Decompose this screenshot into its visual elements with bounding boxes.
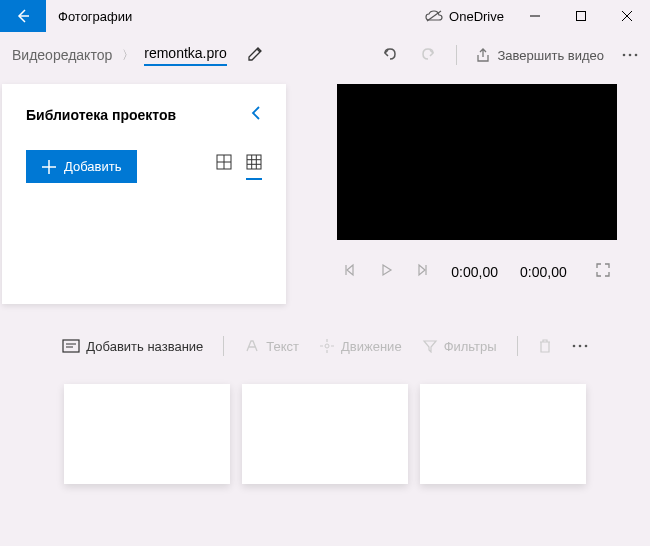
clip-slot[interactable] <box>64 384 230 484</box>
motion-button[interactable]: Движение <box>319 338 402 354</box>
redo-button[interactable] <box>418 45 438 65</box>
maximize-button[interactable] <box>558 0 604 32</box>
filters-button[interactable]: Фильтры <box>422 339 497 354</box>
more-clip-button[interactable] <box>572 344 588 348</box>
prev-frame-icon <box>343 263 357 277</box>
breadcrumb-current[interactable]: remontka.pro <box>144 45 226 66</box>
divider <box>517 336 518 356</box>
back-arrow-icon <box>15 8 31 24</box>
fullscreen-button[interactable] <box>595 262 611 281</box>
view-small-grid-button[interactable] <box>246 154 262 180</box>
finish-video-label: Завершить видео <box>497 48 604 63</box>
next-frame-icon <box>415 263 429 277</box>
more-options-button[interactable] <box>622 53 638 57</box>
main-area: Библиотека проектов Добавить <box>0 84 650 304</box>
chevron-left-icon <box>250 104 262 122</box>
svg-point-7 <box>635 54 638 57</box>
text-label: Текст <box>266 339 299 354</box>
export-icon <box>475 47 491 63</box>
clip-toolbar: Добавить название Текст Движение Фильтры <box>0 336 650 356</box>
svg-rect-13 <box>247 155 261 169</box>
undo-button[interactable] <box>380 45 400 65</box>
grid-3x3-icon <box>246 154 262 170</box>
edit-name-button[interactable] <box>247 46 263 65</box>
breadcrumb: Видеоредактор 〉 remontka.pro <box>12 45 263 66</box>
svg-point-5 <box>623 54 626 57</box>
playback-controls: 0:00,00 0:00,00 <box>330 262 624 281</box>
collapse-button[interactable] <box>250 104 262 126</box>
play-button[interactable] <box>379 263 393 280</box>
view-large-grid-button[interactable] <box>216 154 232 180</box>
svg-point-26 <box>584 345 587 348</box>
topbar-right-actions: Завершить видео <box>380 45 638 65</box>
view-toggles <box>216 154 262 180</box>
svg-point-6 <box>629 54 632 57</box>
svg-rect-2 <box>577 12 586 21</box>
plus-icon <box>42 160 56 174</box>
motion-icon <box>319 338 335 354</box>
pencil-icon <box>247 46 263 62</box>
topbar: Видеоредактор 〉 remontka.pro З <box>0 32 650 78</box>
svg-rect-20 <box>63 340 79 352</box>
grid-2x2-icon <box>216 154 232 170</box>
video-preview[interactable] <box>337 84 617 240</box>
more-icon <box>622 53 638 57</box>
breadcrumb-parent[interactable]: Видеоредактор <box>12 47 112 63</box>
close-button[interactable] <box>604 0 650 32</box>
text-button[interactable]: Текст <box>244 339 299 354</box>
next-frame-button[interactable] <box>415 263 429 280</box>
library-title: Библиотека проектов <box>26 107 176 123</box>
cloud-offline-icon <box>425 10 443 22</box>
prev-frame-button[interactable] <box>343 263 357 280</box>
svg-point-25 <box>578 345 581 348</box>
timeline <box>0 384 650 484</box>
total-time: 0:00,00 <box>520 264 567 280</box>
library-header: Библиотека проектов <box>26 104 262 126</box>
app-title: Фотографии <box>46 9 132 24</box>
library-panel: Библиотека проектов Добавить <box>2 84 286 304</box>
current-time: 0:00,00 <box>451 264 498 280</box>
add-button-label: Добавить <box>64 159 121 174</box>
preview-panel: 0:00,00 0:00,00 <box>286 84 650 304</box>
delete-button[interactable] <box>538 338 552 354</box>
titlebar: Фотографии OneDrive <box>0 0 650 32</box>
undo-icon <box>380 45 400 65</box>
onedrive-label: OneDrive <box>449 9 504 24</box>
title-card-icon <box>62 339 80 353</box>
chevron-right-icon: 〉 <box>122 47 134 64</box>
redo-icon <box>418 45 438 65</box>
clip-slot[interactable] <box>420 384 586 484</box>
divider <box>223 336 224 356</box>
back-button[interactable] <box>0 0 46 32</box>
add-button[interactable]: Добавить <box>26 150 137 183</box>
filters-icon <box>422 339 438 353</box>
add-title-button[interactable]: Добавить название <box>62 339 203 354</box>
onedrive-status[interactable]: OneDrive <box>425 9 504 24</box>
svg-point-24 <box>572 345 575 348</box>
text-icon <box>244 339 260 353</box>
finish-video-button[interactable]: Завершить видео <box>475 47 604 63</box>
minimize-button[interactable] <box>512 0 558 32</box>
motion-label: Движение <box>341 339 402 354</box>
fullscreen-icon <box>595 262 611 278</box>
library-controls: Добавить <box>26 150 262 183</box>
play-icon <box>379 263 393 277</box>
more-icon <box>572 344 588 348</box>
svg-point-23 <box>325 344 329 348</box>
window-controls <box>512 0 650 32</box>
divider <box>456 45 457 65</box>
add-title-label: Добавить название <box>86 339 203 354</box>
filters-label: Фильтры <box>444 339 497 354</box>
trash-icon <box>538 338 552 354</box>
clip-slot[interactable] <box>242 384 408 484</box>
